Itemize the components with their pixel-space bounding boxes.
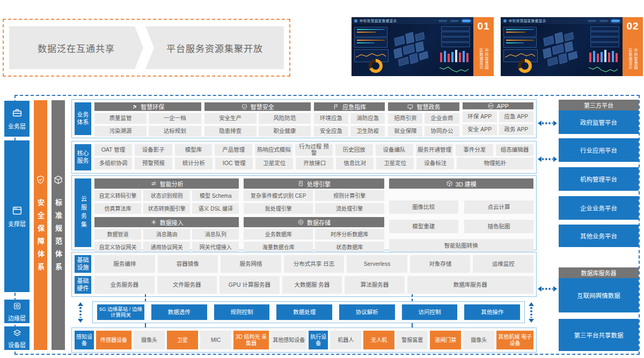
service-item: 通用协议网关	[143, 242, 190, 252]
edge-item: 协议解析	[339, 304, 395, 320]
service-item: 物理拓扑	[457, 158, 533, 169]
pillar-security: 安全保障体系	[34, 100, 47, 350]
service-item: 数据库服务器	[407, 276, 533, 294]
snowflake-icon	[150, 219, 157, 226]
stat-panel	[354, 38, 387, 48]
briefcase-icon	[11, 107, 23, 119]
service-item: 对象存储	[410, 255, 471, 273]
service-item: 事件分发	[456, 144, 493, 156]
service-item: 达标规划	[149, 126, 201, 137]
service-item: 数据管道	[94, 229, 141, 240]
row-devices: 感知设备 传感器设备 摄像头 卫星 MIC 3D 结构光 采集器 其他感知设备 …	[71, 327, 537, 353]
service-item: 网关代理接入	[192, 242, 239, 252]
list-row	[590, 26, 619, 31]
gauge-ring	[518, 59, 532, 73]
device-group-label: 感知设备	[75, 331, 94, 349]
layer-label: 设备层	[8, 340, 26, 349]
sync-arrow-horizontal	[538, 156, 557, 162]
service-item: 智能贴图转换	[389, 239, 533, 252]
layer-label: 边缘层	[8, 314, 26, 322]
service-item: 政务 APP	[499, 124, 533, 135]
platform-box: 企业业务平台	[559, 196, 639, 220]
group-smart-environment: 智慧环保 质量监管 一企一档 污染溯源 达标规划	[94, 102, 201, 135]
service-item: 插色贴图	[464, 220, 533, 233]
pillar-standard-label: 标准规范体系	[53, 199, 63, 276]
service-item: 安全生产	[204, 113, 257, 124]
layers-icon	[12, 328, 22, 338]
service-item: 安全应急	[314, 126, 348, 137]
service-item: 一企一档	[149, 113, 201, 124]
sync-arrow-vertical	[77, 302, 84, 323]
row-cloud-services: 云服务集 智能分析 自定义转码引擎 状态识别规则 模型 Schema 仿真算法库…	[71, 175, 537, 250]
row-label-infra: 基础设施	[75, 255, 91, 273]
section-3d-modeling: 3D 建模 图像比较 点云计算 模型重建 插色贴图 智能贴图转换	[389, 178, 533, 252]
service-item: 服务编排	[94, 255, 155, 273]
edge-item: 数据处理	[276, 304, 332, 320]
section-title: 数据接入	[160, 218, 184, 227]
banner-step-1: 数据泛在互通共享	[9, 26, 143, 69]
row-infrastructure: 基础设施 服务编排 容器镜像 服务网络 分布式共享 日志 Serverless …	[71, 252, 537, 297]
dbserver-box: 互联网舆情数据	[559, 278, 639, 312]
section-smart-analysis: 智能分析 自定义转码引擎 状态识别规则 模型 Schema 仿真算法库 状态转换…	[94, 178, 239, 214]
service-item: 产品管理	[215, 144, 252, 156]
banner-step-2: 平台服务资源集聚开放	[145, 26, 284, 69]
service-item: 图像比较	[389, 200, 458, 214]
service-item: 仿真算法库	[94, 203, 141, 214]
service-item: 服务网络	[221, 255, 281, 273]
service-item: 热响应式模拟	[255, 144, 292, 156]
service-item: 职业健康	[259, 126, 311, 137]
list-row	[441, 37, 470, 42]
service-item: IOC 管理	[215, 158, 253, 169]
edge-item: 规则控制	[214, 304, 270, 320]
service-item: 预警预报	[135, 158, 172, 169]
edge-icon	[12, 301, 22, 311]
device-item: 机器人	[330, 331, 361, 349]
group-title: 智慧环保	[141, 102, 164, 111]
banner-step-1-label: 数据泛在互通共享	[38, 41, 115, 55]
service-item: 规则计算引擎	[315, 190, 384, 201]
list-row	[590, 32, 619, 36]
group-title: 智慧安全	[251, 102, 274, 111]
section-title: 3D 建模	[456, 180, 477, 188]
service-item: 自定义转码引擎	[94, 190, 141, 201]
connector-line	[145, 323, 146, 327]
service-item: 算法服务器	[345, 276, 405, 294]
group-emergency-command: 应急指挥 环境应急 消防应急 安全应急 卫生防疫	[314, 102, 385, 135]
dashboard-nav	[588, 20, 620, 22]
service-item: 组态编辑器	[496, 144, 533, 156]
service-item: 大数据服 务器	[282, 276, 342, 294]
architecture-diagram: 数据泛在互通共享 平台服务资源集聚开放 中科智慧园区数据显示	[0, 0, 644, 358]
screenshot-caption: 中科智慧园区数据显示	[627, 48, 638, 73]
service-item: 复杂事件模式识别 CEP	[244, 190, 313, 201]
service-item: 开放接口	[296, 158, 333, 169]
app-icon	[487, 102, 494, 109]
service-item: 状态转换图引擎	[143, 203, 190, 214]
list-row	[441, 26, 470, 31]
group-smart-government: 智慧政务 招商引资 企业会商 就业保障 协同办公	[388, 102, 459, 135]
screenshot-number: 02	[626, 20, 639, 32]
fan-icon	[131, 103, 138, 110]
dashboard-screen: 中科智慧园区数据显示	[501, 17, 623, 76]
row-label-cloud: 云服务集	[75, 178, 91, 247]
service-item: 容器镜像	[158, 255, 218, 273]
service-item: 分布式共享 日志	[284, 255, 345, 273]
service-item: 点云计算	[464, 200, 533, 214]
shield-check-icon	[241, 103, 248, 110]
device-item: 警报装置	[397, 331, 428, 349]
edge-item: 5G 边缘基站 / 边缘计算网关	[97, 304, 144, 320]
sync-arrow-horizontal	[538, 286, 557, 292]
service-item: 业务数据库	[244, 229, 313, 240]
edge-item: 数据透传	[151, 304, 207, 320]
row-label-core: 核心服务	[75, 144, 91, 170]
screenshot-number: 01	[477, 20, 489, 32]
edge-item: 其他操作	[464, 304, 520, 320]
service-item: OAT 管理	[94, 144, 132, 156]
service-item: 流处理引擎	[315, 203, 384, 214]
stat-panel	[503, 38, 537, 48]
line-chart	[588, 64, 618, 74]
connector-line	[412, 294, 413, 301]
service-item: 统计分析	[175, 158, 213, 169]
sliders-icon	[150, 180, 157, 187]
service-item: 状态识别规则	[143, 190, 190, 201]
connector-line	[412, 323, 413, 327]
